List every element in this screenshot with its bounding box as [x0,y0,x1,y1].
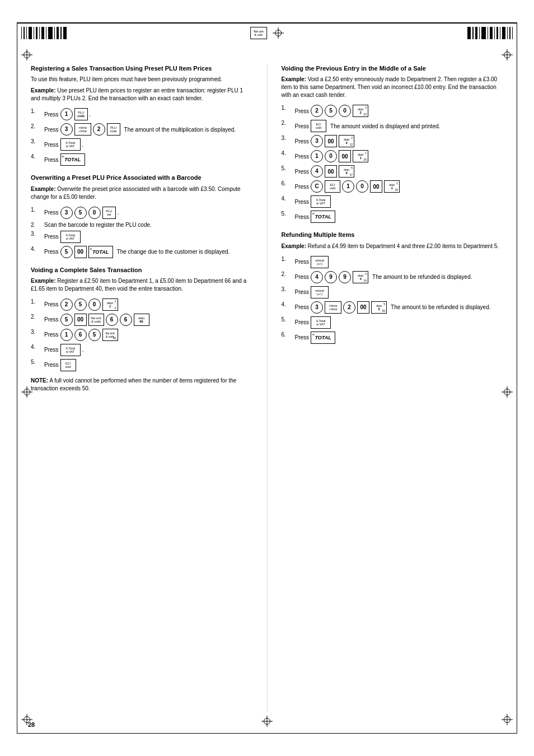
step-3-plu: 3. Press S.Total w VAT . [31,138,253,151]
crosshair-mid-left [21,386,32,398]
key-3r: 3 [311,301,323,314]
key-dept1b: flat unit & code [88,314,104,326]
key-dept1p: dept 1 1 25 [353,150,368,162]
key-0p: 0 [339,105,351,117]
key-dept1p2: dept 1 1 25 [384,180,400,193]
step-4-plu: 4. Press w TOTAL [31,153,253,166]
key-3p: 3 [311,135,323,147]
note-void: NOTE: A full void cannot be performed wh… [31,377,253,393]
column-divider [267,64,268,711]
key-00-v: 00 [74,314,87,326]
key-2: 2 [93,123,105,136]
steps-list-plu: 1. Press 1 PLU code . 2. [31,108,253,166]
key-subtotal-v: S.Total w VAT [60,344,81,356]
step-3-overwrite: 3. Press S.Total w VAT [31,231,253,243]
section-voiding-previous: Voiding the Previous Entry in the Middle… [282,64,504,223]
step-5-void: 5. Press EC/ void [31,359,253,371]
key-3: 3 [60,123,73,136]
key-plu-b: PLU set [102,207,116,219]
page-border-left [17,22,17,734]
key-00: 00 [74,246,87,258]
key-subtotal: S.Total w VAT [60,138,81,151]
key-3b: 3 [60,207,73,219]
key-ecvoid-p: EC/ void [311,120,326,132]
key-ecvoid-p2: EC/ void [325,180,340,193]
key-total-r: w TOTAL [311,332,335,344]
key-subtotal-prev: S.Total w VAT [311,195,331,208]
section-registering-plu-title: Registering a Sales Transaction Using Pr… [31,64,253,72]
key-1: 1 [60,108,73,120]
key-00-r: 00 [357,301,369,314]
left-column: Registering a Sales Transaction Using Pr… [31,64,253,711]
header-center: flat unit & calc [250,27,284,39]
crosshair-top-right [502,49,513,60]
step-5-prev: 5. Press 4 00 dept 5 5 27 [282,165,504,178]
key-6v: 6 [106,314,118,326]
key-dept5p: dept 5 5 27 [339,165,354,178]
key-multiply: ×/time ÷/time [74,123,91,136]
step-4-prev: 4. Press 1 0 00 dept 1 1 25 [282,150,504,162]
section-voiding-complete: Voiding a Complete Sales Transaction Exa… [31,266,253,393]
crosshair-bottom-center [261,716,273,727]
section-overwriting-body: Example: Overwrite the preset price asso… [31,185,253,201]
content-area: Registering a Sales Transaction Using Pr… [31,64,503,711]
key-plu: PLU code [74,108,88,120]
steps-list-prev: 1. Press 2 5 0 dept 2 2 22 [282,105,504,223]
section-registering-plu-intro: To use this feature, PLU item prices mus… [31,76,253,102]
step-6-prev: 6. Press C EC/ void 1 0 00 dept 1 [282,180,504,193]
key-dept40: flat unit & code 40 [102,329,118,341]
step-4-void: 4. Press S.Total w VAT . [31,344,253,356]
section-voiding-prev-body: Example: Void a £2.50 entry erroneously … [282,76,504,99]
key-0p2: 0 [325,150,337,162]
key-9r: 9 [325,271,337,283]
section-overwriting: Overwriting a Preset PLU Price Associate… [31,174,253,258]
key-dept5r: dept 5 5 25 [371,301,387,314]
step-5b-prev: 5. Press w TOTAL [282,211,504,223]
page-number: 28 [28,721,35,728]
key-subtotal-r: S.Total w VAT [311,316,331,329]
header-left-decoration [21,27,67,39]
key-total: w TOTAL [60,153,85,166]
step-3-refund: 3. Press refund (+/-) [282,286,504,298]
crosshair-bottom-right [502,714,513,725]
key-total-prev: w TOTAL [311,211,335,223]
key-total-b: w TOTAL [88,246,113,258]
step-1-refund: 1. Press refund (+/-) [282,256,504,268]
step-1-plu: 1. Press 1 PLU code . [31,108,253,120]
key-5p: 5 [325,105,337,117]
step-1-void: 1. Press 2 5 0 dept 1 1 2 [31,298,253,311]
crosshair-center [273,27,284,39]
header-right-decoration [467,27,513,39]
section-voiding-prev-title: Voiding the Previous Entry in the Middle… [282,64,504,72]
section-voiding-title: Voiding a Complete Sales Transaction [31,266,253,274]
key-4p: 4 [311,165,323,178]
page-border-top [17,22,517,24]
key-5c: 5 [60,246,73,258]
section-overwriting-title: Overwriting a Preset PLU Price Associate… [31,174,253,181]
crosshair-top-left [21,49,32,60]
step-2-plu: 2. Press 3 ×/time ÷/time 2 PLU code [31,123,253,136]
key-mul-r: ×/time ÷/time [325,301,341,314]
steps-list-void: 1. Press 2 5 0 dept 1 1 2 [31,298,253,371]
key-2r: 2 [343,301,355,314]
step-3-prev: 3. Press 3 00 dept 2 2 12 [282,135,504,147]
key-0p3: 0 [356,180,368,193]
step-6-refund: 6. Press w TOTAL [282,332,504,344]
step-4-overwrite: 4. Press 5 00 w TOTAL The change due to … [31,246,253,258]
key-refund-2: refund (+/-) [311,286,329,298]
key-1v: 1 [60,329,73,341]
header-center-key: flat unit & calc [250,27,267,39]
steps-list-refund: 1. Press refund (+/-) 2. Press 4 9 [282,256,504,344]
key-plu-2: PLU code [107,123,120,136]
section-refunding-title: Refunding Multiple Items [282,231,504,239]
key-00-p3: 00 [325,165,337,178]
step-2-prev: 2. Press EC/ void The amount voided is d… [282,120,504,132]
step-5-refund: 5. Press S.Total w VAT [282,316,504,329]
key-dept2p2: dept 2 2 12 [339,135,354,147]
key-dept1: dept 1 1 2 [102,298,118,311]
crosshair-mid-right [502,386,513,398]
key-refund-1: refund (+/-) [311,256,329,268]
key-ec-void: EC/ void [60,359,76,371]
key-2v: 2 [60,298,73,311]
key-2p: 2 [311,105,323,117]
